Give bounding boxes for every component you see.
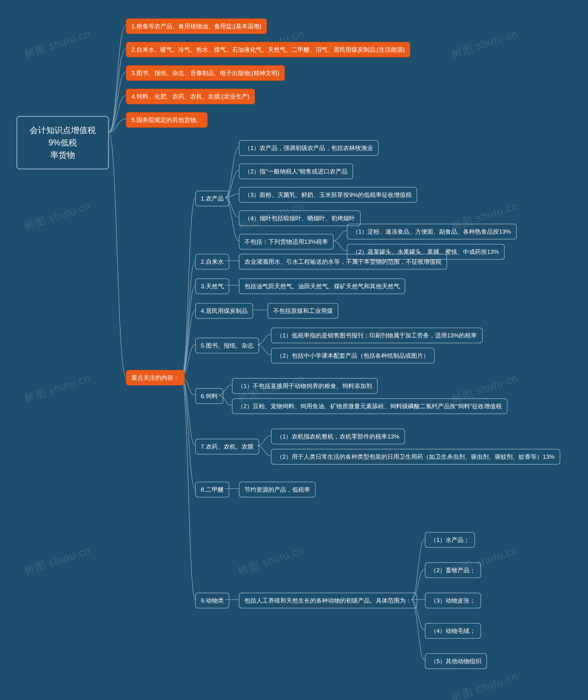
focus-8[interactable]: 8.二甲醚 [195,482,229,497]
root-line2: 率货物 [50,150,75,160]
focus-1-c4[interactable]: （4）烟叶包括晾烟叶、晒烟叶、初烤烟叶 [239,210,361,226]
root-node[interactable]: 会计知识点增值税9%低税 率货物 [17,116,109,169]
watermark: 树图 shutu.cn [23,26,93,61]
focus-2[interactable]: 2.自来水 [195,254,229,269]
watermark: 树图 shutu.cn [450,26,520,61]
watermark: 树图 shutu.cn [23,371,93,406]
item-3[interactable]: 3.图书、报纸、杂志、音像制品、电子出版物;(精神文明) [126,65,285,81]
focus-3[interactable]: 3.天然气 [195,278,229,294]
focus-7-c2[interactable]: （2）用于人类日常生活的各种类型包装的日用卫生用药（如卫生杀虫剂、驱虫剂、驱蚊剂… [271,449,560,465]
focus-6[interactable]: 6.饲料 [195,388,223,404]
focus-9-c1-3[interactable]: （3）动物皮张； [425,593,481,608]
focus-2-c1[interactable]: 农业灌溉用水、引水工程输送的水等，不属于本货物的范围，不征收增值税 [239,254,447,269]
watermark: 树图 shutu.cn [450,670,520,700]
focus-1-notinclude[interactable]: 不包括：下列货物适用13%税率 [239,234,334,249]
focus-1[interactable]: 1.农产品 [195,191,229,206]
root-line1: 会计知识点增值税9%低税 [30,125,96,147]
focus-8-c1[interactable]: 节约资源的产品，低税率 [239,482,316,497]
mindmap-canvas: 树图 shutu.cn 树图 shutu.cn 树图 shutu.cn 树图 s… [0,0,588,700]
focus-node[interactable]: 重点关注的内容： [126,370,185,385]
focus-9-c1-4[interactable]: （4）动物毛绒； [425,623,481,639]
focus-5-c2[interactable]: （2）包括中小学课本配套产品（包括各种纸制品或图片） [271,348,435,363]
focus-6-c1[interactable]: （1）不包括直接用于动物饲养的粮食、饲料添加剂 [232,378,378,394]
focus-1-c1[interactable]: （1）农产品，强调初级农产品，包括农林牧渔业 [239,140,379,156]
item-5[interactable]: 5.国务院规定的其他货物。 [126,112,208,128]
focus-5[interactable]: 5.图书、报纸、杂志 [195,338,259,353]
watermark: 树图 shutu.cn [236,543,306,578]
watermark: 树图 shutu.cn [23,199,93,234]
focus-1-c3[interactable]: （3）面粉、灭菌乳、鲜奶、玉米胚芽按9%的低税率征收增值税 [239,187,417,203]
focus-7[interactable]: 7.农药、农机、农膜 [195,439,259,454]
focus-7-c1[interactable]: （1）农机指农机整机，农机零部件的税率13% [271,429,405,444]
focus-9-c1-2[interactable]: （2）畜牧产品； [425,562,481,578]
focus-1-c2[interactable]: （2）指"一般纳税人"销售或进口农产品 [239,164,353,179]
focus-9[interactable]: 9.动物类 [195,593,229,608]
focus-4-c1[interactable]: 不包括原煤和工业用煤 [268,303,338,319]
focus-4[interactable]: 4.居民用煤炭制品 [195,303,253,319]
item-2[interactable]: 2.自来水、暖气、冷气、热水、煤气、石油液化气、天然气、二甲醚、沼气、居民用煤炭… [126,42,410,57]
focus-9-c1[interactable]: 包括人工养殖和天然生长的各种动物的初级产品。具体范围为： [239,593,417,608]
focus-5-c1[interactable]: （1）低税率指的是销售图书报刊；印刷刊物属于加工劳务，适用13%的税率 [271,328,483,343]
focus-3-c1[interactable]: 包括油气田天然气、油田天然气、煤矿天然气和其他天然气 [239,278,405,294]
item-4[interactable]: 4.饲料、化肥、农药、农机、农膜;(农业生产) [126,89,255,104]
item-1[interactable]: 1.粮食等农产品、食用植物油、食用盐;(基本温饱) [126,18,267,34]
focus-9-c1-5[interactable]: （5）其他动物组织 [425,653,487,669]
watermark: 树图 shutu.cn [23,543,93,578]
focus-1-nb-c1[interactable]: （1）淀粉、速冻食品、方便面、副食品、各种熟食品按13% [347,224,517,239]
focus-6-c2[interactable]: （2）豆粕、宠物饲料、饲用鱼油、矿物质微量元素舔砖、饲料级磷酸二氢钙产品按"饲料… [232,398,507,414]
focus-9-c1-1[interactable]: （1）水产品； [425,532,475,548]
